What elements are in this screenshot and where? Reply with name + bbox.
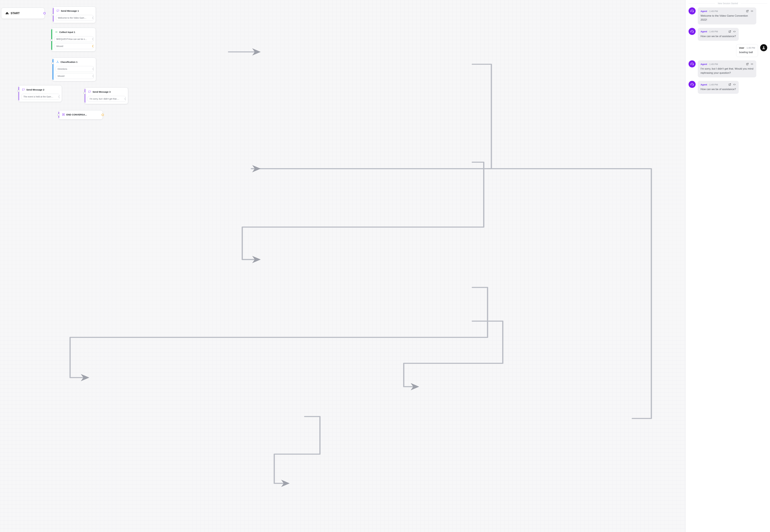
node-slot[interactable]: Directions	[56, 66, 94, 72]
timestamp-value: 1:49 PM	[709, 10, 718, 12]
node-in-port[interactable]	[17, 90, 19, 92]
session-label: New Session Started	[718, 2, 738, 5]
code-button[interactable]	[750, 10, 754, 13]
home-icon	[5, 12, 9, 15]
divider	[741, 3, 767, 4]
node-classification-1[interactable]: Classification 1 Directions Missed	[52, 58, 96, 81]
node-slot[interactable]: The event is held at the Gaming...	[21, 94, 60, 100]
headset-icon	[690, 9, 694, 13]
slot-text: I'm sorry, but I didn't get that. ...	[90, 98, 119, 100]
node-send-message-3[interactable]: Send Message 3 I'm sorry, but I didn't g…	[84, 87, 128, 104]
bubble-body: bowling ball	[739, 50, 755, 54]
chat-icon	[22, 88, 25, 91]
slot-out-port[interactable]	[92, 38, 93, 40]
node-in-port[interactable]	[57, 114, 59, 116]
agent-avatar	[689, 81, 696, 88]
timestamp: · 1:49 PM	[708, 83, 718, 86]
sender-label: Agent	[701, 30, 707, 33]
user-avatar	[760, 44, 767, 51]
code-button[interactable]	[733, 30, 736, 33]
node-send-message-2[interactable]: Send Message 2 The event is held at the …	[18, 85, 62, 102]
timestamp-value: 1:49 PM	[709, 83, 718, 86]
node-title: END CONVERSA...	[66, 113, 87, 116]
chat-bubble: Agent · 1:49 PMWelcome to the Video Game…	[698, 7, 756, 24]
chat-row: Agent · 1:49 PMHow can we be of assistan…	[689, 28, 767, 41]
chat-row: Agent · 1:49 PMI'm sorry, but I didn't g…	[689, 60, 767, 77]
popout-button[interactable]	[746, 62, 749, 66]
chat-bubble: Agent · 1:49 PMI'm sorry, but I didn't g…	[698, 60, 756, 77]
node-slot[interactable]: Missed	[56, 73, 94, 79]
bubble-actions	[746, 62, 754, 66]
code-icon	[733, 30, 736, 33]
timestamp-value: 1:49 PM	[746, 46, 755, 49]
popout-button[interactable]	[728, 83, 731, 86]
timestamp: · 1:49 PM	[745, 46, 755, 49]
headset-icon	[690, 62, 694, 66]
input-icon	[55, 31, 58, 33]
slot-out-port[interactable]	[93, 68, 94, 70]
chat-icon	[56, 9, 59, 12]
timestamp-value: 1:49 PM	[709, 30, 718, 33]
popout-button[interactable]	[746, 10, 749, 13]
agent-avatar	[689, 28, 696, 35]
node-send-message-1[interactable]: Send Message 1 Welcome to the Video Game…	[53, 6, 96, 23]
node-in-port[interactable]	[83, 92, 86, 94]
code-icon	[733, 83, 736, 86]
headset-icon	[690, 83, 694, 86]
node-collect-input-1[interactable]: Collect Input 1 $REQUEST:How can we be o…	[51, 28, 96, 51]
node-title: Collect Input 1	[59, 31, 75, 33]
bubble-meta: Agent · 1:49 PM	[701, 83, 736, 86]
bubble-meta: Agent · 1:49 PM	[701, 10, 754, 13]
branch-icon	[56, 60, 59, 63]
popout-icon	[728, 83, 731, 86]
chat-row: User · 1:49 PMbowling ball	[689, 44, 767, 57]
sender-label: Agent	[701, 63, 707, 65]
session-separator: New Session Started	[689, 2, 767, 5]
start-node[interactable]: START	[1, 8, 45, 19]
node-slot[interactable]: I'm sorry, but I didn't get that. ...	[88, 96, 126, 102]
chat-row: Agent · 1:49 PMWelcome to the Video Game…	[689, 7, 767, 24]
divider	[689, 3, 715, 4]
chat-icon	[88, 90, 91, 93]
code-button[interactable]	[733, 83, 736, 86]
timestamp: · 1:49 PM	[708, 63, 718, 65]
node-slot[interactable]: $REQUEST:How can we be of assis	[54, 36, 93, 42]
timestamp-value: 1:49 PM	[709, 63, 718, 65]
node-in-port[interactable]	[51, 62, 54, 64]
slot-out-port[interactable]	[125, 98, 126, 100]
bubble-meta: User · 1:49 PM	[739, 46, 755, 49]
node-slot[interactable]: Missed	[54, 43, 93, 49]
node-title: Classification 1	[60, 61, 77, 63]
start-out-port[interactable]	[43, 12, 46, 14]
agent-avatar	[689, 7, 696, 14]
end-icon	[62, 113, 65, 116]
popout-button[interactable]	[728, 30, 731, 33]
node-slot[interactable]: Welcome to the Video Game Co...	[56, 15, 93, 21]
node-in-port[interactable]	[52, 14, 54, 16]
popout-icon	[746, 10, 749, 12]
popout-icon	[746, 63, 749, 65]
chat-bubble: Agent · 1:49 PMHow can we be of assistan…	[698, 28, 739, 41]
headset-icon	[690, 30, 694, 33]
code-button[interactable]	[750, 62, 754, 66]
slot-out-port[interactable]	[93, 75, 94, 77]
slot-out-port[interactable]	[58, 96, 60, 98]
sender-label: Agent	[701, 83, 707, 86]
sender-label: Agent	[701, 10, 707, 12]
node-in-port[interactable]	[50, 39, 52, 41]
node-title: Send Message 2	[26, 88, 44, 91]
node-out-port[interactable]	[102, 114, 104, 116]
slot-text: Missed	[56, 45, 63, 47]
slot-out-port[interactable]	[92, 45, 93, 47]
slot-out-port[interactable]	[92, 17, 93, 19]
slot-text: The event is held at the Gaming...	[23, 95, 56, 98]
flow-canvas[interactable]: START Send Message 1 Welcome to the Vide…	[0, 0, 686, 532]
node-title: Send Message 1	[61, 10, 79, 12]
bubble-actions	[728, 30, 736, 33]
node-end-conversation[interactable]: END CONVERSA...	[58, 110, 103, 119]
sender-label: User	[739, 46, 744, 49]
slot-text: Welcome to the Video Game Co...	[58, 17, 91, 19]
chat-row: Agent · 1:49 PMHow can we be of assistan…	[689, 81, 767, 94]
person-icon	[762, 46, 766, 50]
code-icon	[751, 10, 753, 12]
